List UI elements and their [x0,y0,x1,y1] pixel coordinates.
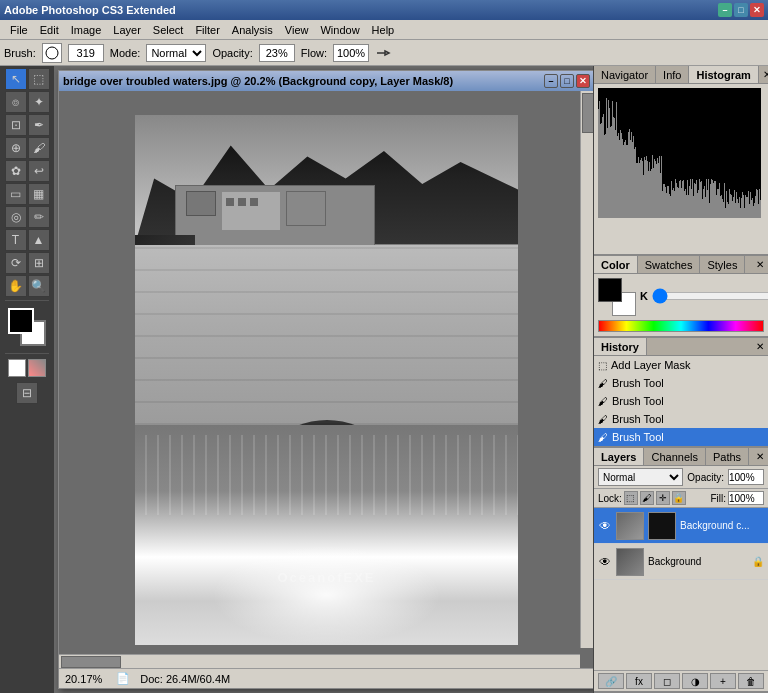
tool-pair-heal: ⊕ 🖌 [5,137,50,159]
tab-info[interactable]: Info [656,66,689,83]
tab-navigator[interactable]: Navigator [594,66,656,83]
stamp-tool[interactable]: ✿ [5,160,27,182]
lock-pixels-btn[interactable]: 🖌 [640,491,654,505]
opacity-value[interactable] [728,469,764,485]
tool-pair-lasso: ⌾ ✦ [5,91,50,113]
tab-swatches[interactable]: Swatches [638,256,701,273]
layer-fx-btn[interactable]: fx [626,673,652,689]
k-slider[interactable] [652,290,768,302]
tab-paths[interactable]: Paths [706,448,749,465]
eraser-tool[interactable]: ▭ [5,183,27,205]
top-panel-close[interactable]: ✕ [759,69,768,80]
tab-color[interactable]: Color [594,256,638,273]
layer-row-1[interactable]: 👁Background🔒 [594,544,768,580]
menu-filter[interactable]: Filter [189,22,225,38]
zoom-tool[interactable]: 🔍 [28,275,50,297]
flow-input[interactable]: 100% [333,44,369,62]
layer-rows-container: 👁Background c...👁Background🔒 [594,508,768,670]
color-spectrum-bar[interactable] [598,320,764,332]
canvas-area[interactable]: OceanofEXE [59,91,593,668]
minimize-button[interactable]: – [718,3,732,17]
layers-blend-row: Normal Multiply Opacity: [594,466,768,489]
healing-tool[interactable]: ⊕ [5,137,27,159]
history-item-3[interactable]: 🖌Brush Tool [594,410,768,428]
quick-mask-btn[interactable] [28,359,46,377]
tab-channels[interactable]: Channels [644,448,705,465]
tool-pair-crop: ⊡ ✒ [5,114,50,136]
foreground-color-swatch[interactable] [8,308,34,334]
layer-link-btn[interactable]: 🔗 [598,673,624,689]
history-item-2[interactable]: 🖌Brush Tool [594,392,768,410]
lasso-tool[interactable]: ⌾ [5,91,27,113]
color-swatches-row: K 0 % [598,278,764,316]
k-channel-row: K 0 % [640,288,768,304]
layer-visibility-0[interactable]: 👁 [598,519,612,533]
type-tool[interactable]: T [5,229,27,251]
brush-tool-btn[interactable]: 🖌 [28,137,50,159]
menu-image[interactable]: Image [65,22,108,38]
document-canvas[interactable]: OceanofEXE [135,115,518,645]
layer-adjust-btn[interactable]: ◑ [682,673,708,689]
blend-mode-select[interactable]: Normal Multiply [598,468,683,486]
layer-mask-btn[interactable]: ◻ [654,673,680,689]
crop-tool[interactable]: ⊡ [5,114,27,136]
3d-pan-tool[interactable]: ⊞ [28,252,50,274]
new-layer-btn[interactable]: + [710,673,736,689]
doc-maximize-button[interactable]: □ [560,74,574,88]
history-panel-close[interactable]: ✕ [752,341,768,352]
history-brush-tool[interactable]: ↩ [28,160,50,182]
magic-wand-tool[interactable]: ✦ [28,91,50,113]
lock-position-btn[interactable]: ✛ [656,491,670,505]
k-label: K [640,290,648,302]
menu-window[interactable]: Window [314,22,365,38]
fill-value[interactable] [728,491,764,505]
screen-mode-btn[interactable]: ⊟ [16,382,38,404]
mode-select[interactable]: Normal Multiply Screen [146,44,206,62]
menu-file[interactable]: File [4,22,34,38]
hand-tool[interactable]: ✋ [5,275,27,297]
doc-minimize-button[interactable]: – [544,74,558,88]
maximize-button[interactable]: □ [734,3,748,17]
history-item-0[interactable]: ⬚Add Layer Mask [594,356,768,374]
gradient-tool[interactable]: ▦ [28,183,50,205]
navigator-panel: Navigator Info Histogram ✕ [594,66,768,256]
selection-tool[interactable]: ⬚ [28,68,50,90]
move-tool[interactable]: ↖ [5,68,27,90]
menu-edit[interactable]: Edit [34,22,65,38]
close-button[interactable]: ✕ [750,3,764,17]
app-title: Adobe Photoshop CS3 Extended [4,4,718,16]
vertical-scrollbar[interactable] [580,91,593,648]
pen-tool[interactable]: ✏ [28,206,50,228]
dodge-tool[interactable]: ◎ [5,206,27,228]
tab-styles[interactable]: Styles [700,256,745,273]
color-panel-content: K 0 % [594,274,768,336]
eyedropper-tool[interactable]: ✒ [28,114,50,136]
doc-close-button[interactable]: ✕ [576,74,590,88]
opacity-input[interactable]: 23% [259,44,295,62]
document-title-bar: bridge over troubled waters.jpg @ 20.2% … [59,71,593,91]
delete-layer-btn[interactable]: 🗑 [738,673,764,689]
layers-panel-close[interactable]: ✕ [752,451,768,462]
menu-layer[interactable]: Layer [107,22,147,38]
brush-preview[interactable] [42,43,62,63]
lock-transparent-btn[interactable]: ⬚ [624,491,638,505]
menu-select[interactable]: Select [147,22,190,38]
standard-mode-btn[interactable] [8,359,26,377]
fg-color-box[interactable] [598,278,622,302]
history-item-4[interactable]: 🖌Brush Tool [594,428,768,446]
history-item-1[interactable]: 🖌Brush Tool [594,374,768,392]
menu-help[interactable]: Help [366,22,401,38]
layer-visibility-1[interactable]: 👁 [598,555,612,569]
horizontal-scrollbar[interactable] [59,654,580,668]
menu-view[interactable]: View [279,22,315,38]
brush-size-input[interactable]: 319 [68,44,104,62]
lock-all-btn[interactable]: 🔒 [672,491,686,505]
shape-tool[interactable]: ▲ [28,229,50,251]
3d-rotate-tool[interactable]: ⟳ [5,252,27,274]
layer-row-0[interactable]: 👁Background c... [594,508,768,544]
tab-history[interactable]: History [594,338,647,355]
menu-analysis[interactable]: Analysis [226,22,279,38]
color-panel-close[interactable]: ✕ [752,259,768,270]
tab-layers[interactable]: Layers [594,448,644,465]
tab-histogram[interactable]: Histogram [689,66,758,83]
